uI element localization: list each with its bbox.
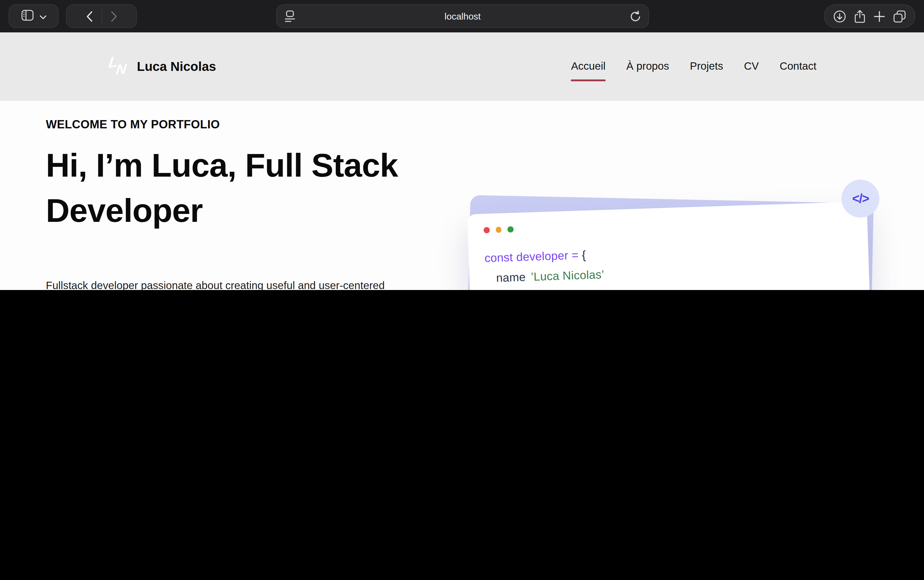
- reload-icon[interactable]: [630, 10, 641, 25]
- main-nav: Accueil À propos Projets CV Contact: [571, 59, 817, 74]
- code-tag-icon: </>: [852, 191, 869, 206]
- code-tag-badge: </>: [842, 180, 880, 218]
- divider: [101, 9, 102, 23]
- hero-eyebrow: WELCOME TO MY PORTFOLIO: [46, 118, 437, 132]
- history-nav-group: [66, 4, 137, 28]
- code-card-scene: const developer = {name ’Luca Nicolas’ro…: [464, 183, 920, 290]
- code-window: const developer = {name ’Luca Nicolas’ro…: [467, 201, 874, 290]
- nav-item-contact[interactable]: Contact: [779, 59, 817, 74]
- nav-item-a-propos[interactable]: À propos: [626, 59, 669, 74]
- nav-item-cv[interactable]: CV: [744, 59, 759, 74]
- hero-text-column: WELCOME TO MY PORTFOLIO Hi, I’m Luca, Fu…: [46, 118, 437, 290]
- url-text: localhost: [277, 5, 648, 28]
- tab-overview-icon[interactable]: [893, 10, 906, 23]
- new-tab-icon[interactable]: [873, 10, 886, 22]
- forward-button[interactable]: [110, 11, 117, 22]
- code-block: const developer = {name ’Luca Nicolas’ro…: [484, 236, 857, 290]
- window-dot: [507, 226, 513, 232]
- nav-item-projets[interactable]: Projets: [690, 59, 723, 74]
- hero-paragraph-1: Fullstack developer passionate about cre…: [46, 278, 420, 290]
- brand[interactable]: L N Luca Nicolas: [107, 53, 216, 80]
- sidebar-icon: [21, 10, 33, 23]
- back-button[interactable]: [86, 11, 92, 22]
- share-icon[interactable]: [854, 10, 866, 23]
- site-header: L N Luca Nicolas Accueil À propos Projet…: [0, 32, 924, 101]
- sidebar-toggle-button[interactable]: [8, 4, 59, 28]
- chevron-down-icon: [40, 11, 46, 22]
- window-dot: [483, 227, 489, 233]
- nav-item-accueil[interactable]: Accueil: [571, 59, 606, 74]
- downloads-button[interactable]: [833, 10, 847, 23]
- hero-title: Hi, I’m Luca, Full StackDeveloper: [46, 142, 437, 233]
- toolbar-actions: [824, 4, 916, 28]
- screen: localhost: [0, 0, 924, 290]
- brand-name: Luca Nicolas: [137, 59, 216, 74]
- browser-toolbar: localhost: [0, 0, 924, 32]
- window-dot: [495, 227, 501, 233]
- address-bar[interactable]: localhost: [276, 4, 649, 28]
- webpage: L N Luca Nicolas Accueil À propos Projet…: [0, 32, 924, 290]
- ln-logo-icon: L N: [107, 53, 130, 80]
- window-controls: [483, 216, 851, 233]
